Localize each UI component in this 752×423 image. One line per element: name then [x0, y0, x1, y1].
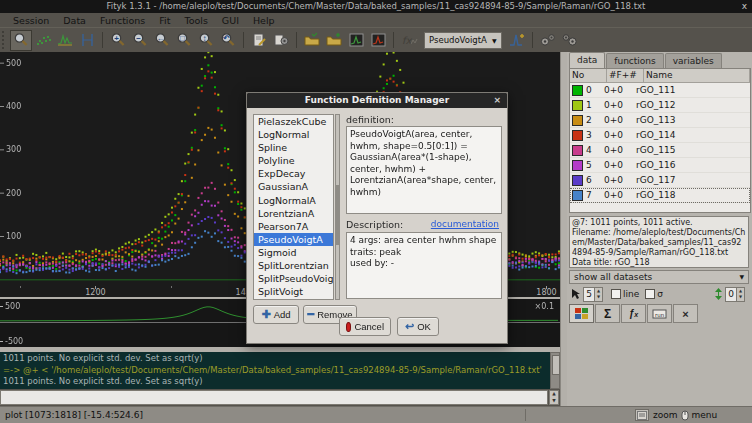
- sigma-checkbox[interactable]: [645, 289, 655, 299]
- function-type-item[interactable]: SplitVoigt: [254, 285, 333, 298]
- menu-session[interactable]: Session: [6, 15, 56, 26]
- zoom-vertical-button[interactable]: ↕: [195, 30, 217, 51]
- cursor-icon: [571, 288, 581, 300]
- chevron-down-icon: ▼: [492, 37, 497, 44]
- function-type-item[interactable]: SplitPseudoVoigt: [254, 272, 333, 285]
- toolbar-grip: [2, 31, 8, 49]
- dataset-color-swatch: [572, 85, 583, 96]
- dataset-row[interactable]: 50+0rGO_116: [570, 158, 750, 173]
- function-type-item[interactable]: Sigmoid: [254, 246, 333, 259]
- zoom-mode-button[interactable]: [10, 30, 32, 51]
- data-range-mode-button[interactable]: [32, 30, 54, 51]
- dataset-filter-select[interactable]: show all datasets ▼: [569, 270, 749, 284]
- point-size-spinner[interactable]: 5 ▲▼: [583, 287, 603, 302]
- x-tick-label: 1800: [536, 288, 556, 297]
- menu-gui[interactable]: GUI: [215, 15, 246, 26]
- run-fit-button[interactable]: [537, 30, 559, 51]
- tab-data[interactable]: data: [569, 52, 605, 68]
- line-checkbox[interactable]: [611, 289, 621, 299]
- function-type-list: PielaszekCubeLogNormalSplinePolylineExpD…: [253, 114, 334, 300]
- svg-text:□: □: [180, 34, 185, 43]
- tab-functions[interactable]: functions: [606, 53, 663, 68]
- documentation-link[interactable]: documentation: [431, 219, 499, 229]
- add-function-type-button[interactable]: ✚ Add: [253, 305, 299, 324]
- append-data-icon: [325, 32, 343, 48]
- svg-text:−: −: [136, 34, 141, 43]
- zoom-in-button[interactable]: +: [107, 30, 129, 51]
- zoom-undo-button[interactable]: ↶: [217, 30, 239, 51]
- x-minor-tick: [20, 286, 21, 288]
- menu-data[interactable]: Data: [56, 15, 93, 26]
- function-type-item[interactable]: PseudoVoigtA: [254, 233, 333, 246]
- function-list-scrollbar[interactable]: [335, 114, 340, 300]
- show-functions-toggle[interactable]: ƒx: [621, 304, 646, 323]
- svg-text:fx: fx: [402, 35, 413, 46]
- add-peak-mode-button[interactable]: [54, 30, 76, 51]
- zoom-prev-button[interactable]: ←: [151, 30, 173, 51]
- function-type-item[interactable]: SplitLorentzian: [254, 259, 333, 272]
- column-header[interactable]: Name: [644, 69, 750, 82]
- dataset-row[interactable]: 00+0rGO_111: [570, 83, 750, 98]
- export-peaks-button[interactable]: [367, 30, 389, 51]
- zoom-all-button[interactable]: □: [173, 30, 195, 51]
- function-type-item[interactable]: LogNormal: [254, 128, 333, 141]
- shift-spinner[interactable]: 0 ▲▼: [725, 287, 745, 302]
- drag-peak-mode-button[interactable]: [76, 30, 98, 51]
- function-type-item[interactable]: Polyline: [254, 154, 333, 167]
- add-function-button[interactable]: [506, 30, 528, 51]
- cancel-button[interactable]: Cancel: [339, 317, 391, 336]
- function-type-select[interactable]: PseudoVoigtA▼: [424, 32, 502, 49]
- toolbar: +−←□↕↶fxPseudoVoigtA▼: [0, 27, 752, 52]
- command-input[interactable]: [0, 390, 548, 405]
- menu-fit[interactable]: Fit: [152, 15, 177, 26]
- definition-textarea[interactable]: PseudoVoigtA(area, center, hwhm, shape=0…: [346, 126, 502, 214]
- zoom-out-button[interactable]: −: [129, 30, 151, 51]
- column-header[interactable]: #F+#: [607, 69, 644, 82]
- show-datasets-toggle[interactable]: [569, 304, 594, 323]
- dataset-row[interactable]: 60+0rGO_117: [570, 173, 750, 188]
- dataset-row[interactable]: 20+0rGO_113: [570, 113, 750, 128]
- zoom-undo-icon: ↶: [220, 32, 237, 48]
- show-labels-toggle[interactable]: run: [647, 304, 672, 323]
- window-close-button[interactable]: x: [742, 0, 747, 13]
- statusbar-mouse-button[interactable]: [635, 409, 649, 421]
- settings-icon: [273, 32, 290, 48]
- append-data-button[interactable]: [323, 30, 345, 51]
- dataset-row[interactable]: 70+0rGO_118: [570, 188, 750, 203]
- export-plot-button[interactable]: [345, 30, 367, 51]
- zoom-mode-icon: [13, 32, 30, 48]
- ok-button[interactable]: ↩ OK: [397, 317, 439, 336]
- dataset-row[interactable]: 30+0rGO_114: [570, 128, 750, 143]
- zoom-in-icon: +: [110, 32, 127, 48]
- console-scrollbar-thumb[interactable]: [552, 355, 560, 375]
- auto-add-button[interactable]: fx: [398, 30, 420, 51]
- command-history-spinner[interactable]: ▲▼: [549, 390, 559, 405]
- dataset-row[interactable]: 40+0rGO_115: [570, 143, 750, 158]
- add-peak-mode-icon: [57, 32, 74, 48]
- description-box: 4 args: area center hwhm shape traits: p…: [346, 232, 502, 299]
- function-type-item[interactable]: GaussianA: [254, 180, 333, 193]
- dialog-close-button[interactable]: ×: [493, 93, 501, 108]
- open-data-button[interactable]: [301, 30, 323, 51]
- menu-tools[interactable]: Tools: [177, 15, 214, 26]
- function-type-item[interactable]: ExpDecay: [254, 167, 333, 180]
- sidebar-splitter[interactable]: [560, 52, 567, 406]
- dataset-row[interactable]: 10+0rGO_112: [570, 98, 750, 113]
- menu-functions[interactable]: Functions: [93, 15, 152, 26]
- ok-icon: ↩: [405, 320, 414, 333]
- settings-button[interactable]: [270, 30, 292, 51]
- function-list-scrollbar-thumb[interactable]: [336, 185, 339, 245]
- function-type-item[interactable]: Pearson7A: [254, 220, 333, 233]
- undo-fit-button[interactable]: [559, 30, 581, 51]
- tab-variables[interactable]: variables: [665, 53, 722, 68]
- function-type-item[interactable]: LogNormalA: [254, 194, 333, 207]
- script-editor-button[interactable]: [248, 30, 270, 51]
- console-scrollbar[interactable]: [550, 352, 560, 389]
- show-sum-toggle[interactable]: Σ: [595, 304, 620, 323]
- function-type-item[interactable]: PielaszekCube: [254, 115, 333, 128]
- function-type-item[interactable]: LorentzianA: [254, 207, 333, 220]
- hide-all-toggle[interactable]: ×: [673, 304, 698, 323]
- function-type-item[interactable]: Spline: [254, 141, 333, 154]
- menu-help[interactable]: Help: [246, 15, 282, 26]
- column-header[interactable]: No: [570, 69, 607, 82]
